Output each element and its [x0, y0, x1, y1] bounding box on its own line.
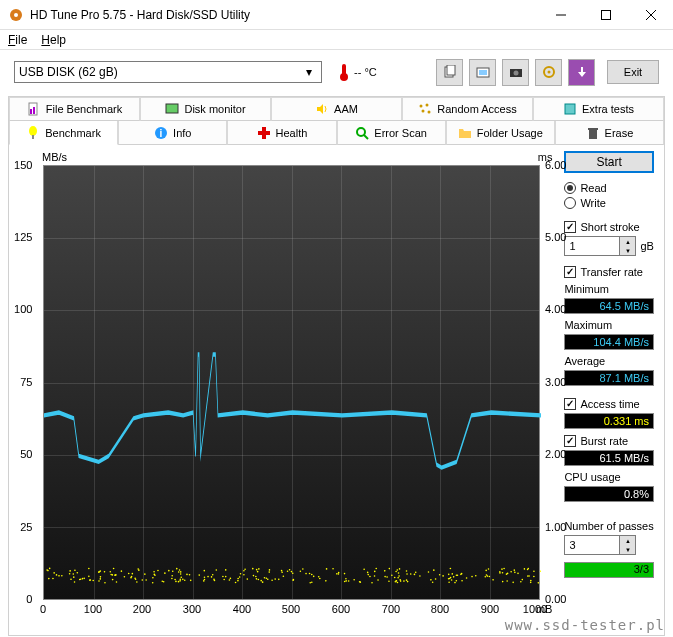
svg-point-104 [100, 576, 102, 578]
transfer-rate-row[interactable]: Transfer rate [564, 266, 654, 278]
svg-point-248 [260, 580, 262, 582]
svg-point-41 [112, 579, 114, 581]
write-radio-row[interactable]: Write [564, 197, 654, 209]
tab-info[interactable]: iInfo [118, 121, 227, 145]
svg-point-239 [485, 576, 487, 578]
svg-point-51 [384, 570, 386, 572]
svg-point-43 [88, 576, 90, 578]
svg-point-228 [72, 573, 74, 575]
svg-point-152 [258, 579, 260, 581]
menu-file[interactable]: File [8, 33, 27, 47]
exit-button[interactable]: Exit [607, 60, 659, 84]
chart-canvas [43, 165, 540, 600]
svg-point-281 [528, 568, 530, 570]
spin-up[interactable]: ▲ [620, 237, 635, 246]
svg-point-204 [46, 569, 48, 571]
svg-point-234 [230, 578, 232, 580]
svg-point-80 [124, 576, 126, 578]
tab-aam[interactable]: AAM [271, 97, 402, 121]
svg-rect-26 [32, 135, 34, 139]
svg-point-128 [407, 581, 409, 583]
write-radio[interactable] [564, 197, 576, 209]
svg-point-72 [225, 569, 227, 571]
tab-folder-usage[interactable]: Folder Usage [446, 121, 555, 145]
chevron-down-icon: ▾ [301, 65, 317, 79]
svg-point-47 [291, 571, 293, 573]
transfer-rate-checkbox[interactable] [564, 266, 576, 278]
spin-down-2[interactable]: ▼ [620, 545, 635, 554]
svg-point-243 [83, 578, 85, 580]
svg-point-97 [178, 581, 180, 583]
read-radio-row[interactable]: Read [564, 182, 654, 194]
svg-point-153 [450, 568, 452, 570]
svg-point-180 [367, 572, 369, 574]
svg-point-35 [243, 570, 245, 572]
svg-point-157 [344, 581, 346, 583]
passes-input[interactable]: ▲▼ [564, 535, 654, 555]
access-time-row[interactable]: Access time [564, 398, 654, 410]
tab-random-access[interactable]: Random Access [402, 97, 533, 121]
svg-point-66 [406, 570, 408, 572]
short-stroke-input[interactable]: ▲▼ [564, 236, 636, 256]
menu-help[interactable]: Help [41, 33, 66, 47]
svg-point-186 [406, 573, 408, 575]
svg-point-15 [547, 71, 550, 74]
toolbar: USB DISK (62 gB) ▾ -- °C Exit [0, 50, 673, 94]
start-button[interactable]: Start [564, 151, 654, 173]
window-controls [538, 0, 673, 29]
svg-point-182 [269, 569, 271, 571]
drive-select[interactable]: USB DISK (62 gB) ▾ [14, 61, 322, 83]
tab-health[interactable]: Health [227, 121, 336, 145]
svg-point-125 [271, 579, 273, 581]
svg-point-226 [104, 571, 106, 573]
svg-point-38 [77, 572, 79, 574]
copy-info-button[interactable] [436, 59, 463, 86]
svg-point-217 [152, 582, 154, 584]
spin-down[interactable]: ▼ [620, 246, 635, 255]
svg-point-214 [454, 582, 456, 584]
tab-benchmark[interactable]: Benchmark [9, 121, 118, 145]
access-time-checkbox[interactable] [564, 398, 576, 410]
close-button[interactable] [628, 0, 673, 29]
svg-point-79 [258, 568, 260, 570]
screenshot-button[interactable] [502, 59, 529, 86]
minimum-value: 64.5 MB/s [564, 298, 654, 314]
svg-point-115 [374, 571, 376, 573]
svg-point-121 [344, 573, 346, 575]
tab-error-scan[interactable]: Error Scan [337, 121, 446, 145]
spin-up-2[interactable]: ▲ [620, 536, 635, 545]
tab-disk-monitor[interactable]: Disk monitor [140, 97, 271, 121]
svg-point-241 [134, 577, 136, 579]
svg-point-139 [104, 582, 106, 584]
drive-select-value: USB DISK (62 gB) [19, 65, 118, 79]
burst-rate-checkbox[interactable] [564, 435, 576, 447]
svg-point-257 [189, 574, 191, 576]
thermometer-icon [338, 62, 350, 82]
svg-point-238 [255, 576, 257, 578]
maximum-label: Maximum [564, 319, 654, 331]
svg-point-61 [318, 576, 320, 578]
tab-erase[interactable]: Erase [555, 121, 664, 145]
read-radio[interactable] [564, 182, 576, 194]
svg-point-148 [461, 580, 463, 582]
svg-point-46 [292, 572, 294, 574]
svg-point-263 [244, 568, 246, 570]
minimize-button[interactable] [538, 0, 583, 29]
svg-point-81 [88, 568, 90, 570]
copy-screenshot-button[interactable] [469, 59, 496, 86]
side-panel: Start Read Write Short stroke ▲▼ gB Tran… [556, 151, 660, 631]
tab-file-benchmark[interactable]: File Benchmark [9, 97, 140, 121]
svg-point-37 [153, 571, 155, 573]
svg-point-286 [391, 574, 393, 576]
x-unit: mB [536, 603, 553, 615]
save-button[interactable] [568, 59, 595, 86]
access-time-value: 0.331 ms [564, 413, 654, 429]
svg-point-250 [400, 580, 402, 582]
short-stroke-row[interactable]: Short stroke [564, 221, 654, 233]
settings-button[interactable] [535, 59, 562, 86]
svg-point-13 [513, 71, 518, 76]
svg-point-53 [471, 576, 473, 578]
tab-extra-tests[interactable]: Extra tests [533, 97, 664, 121]
maximize-button[interactable] [583, 0, 628, 29]
burst-rate-row[interactable]: Burst rate [564, 435, 654, 447]
